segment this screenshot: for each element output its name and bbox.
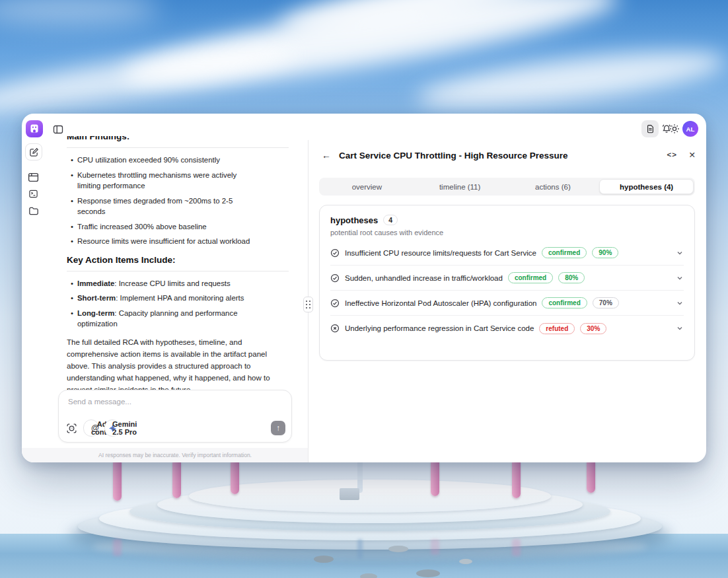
findings-heading: Main Findings:	[67, 136, 289, 141]
add-context-button[interactable]: @ Add context	[83, 419, 99, 437]
bullet-icon: •	[67, 278, 77, 289]
terminal-icon[interactable]	[28, 188, 39, 199]
chevron-down-icon[interactable]	[676, 249, 684, 257]
artifact-document-button[interactable]	[641, 120, 659, 137]
artifact-title: Cart Service CPU Throttling - High Resou…	[339, 151, 568, 161]
hypothesis-text: Underlying performance regression in Car…	[345, 324, 534, 332]
browser-window-icon[interactable]	[28, 172, 39, 183]
model-label: Gemini 2.5 Pro	[112, 420, 137, 436]
pink-pillar	[512, 458, 521, 498]
hypothesis-row[interactable]: Underlying performance regression in Car…	[330, 316, 684, 341]
app-window: AL Main Findings: •CPU utilization excee…	[22, 114, 706, 462]
bullet-icon: •	[67, 236, 77, 247]
message-composer[interactable]: Send a message... @ Add context Gemini 2…	[58, 390, 292, 443]
action-text: Short-term: Implement HPA and monitoring…	[77, 293, 244, 304]
action-text: Immediate: Increase CPU limits and reque…	[77, 278, 231, 289]
pink-pillar	[231, 458, 239, 494]
hypotheses-card: hypotheses 4 potential root causes with …	[319, 205, 695, 361]
avatar[interactable]: AL	[682, 121, 698, 137]
status-badge: confirmed	[542, 297, 587, 308]
finding-text: Resource limits were insufficient for ac…	[77, 236, 250, 247]
hypothesis-row[interactable]: Ineffective Horizontal Pod Autoscaler (H…	[330, 291, 684, 316]
count-badge: 4	[383, 215, 398, 225]
model-selector[interactable]: Gemini 2.5 Pro	[104, 419, 120, 437]
pink-pillar	[113, 458, 122, 501]
desktop: AL Main Findings: •CPU utilization excee…	[0, 0, 728, 578]
card-title: hypotheses	[330, 215, 378, 225]
status-badge: refuted	[539, 323, 575, 334]
pink-pillar	[587, 458, 595, 493]
bullet-icon: •	[67, 196, 77, 217]
finding-text: Kubernetes throttling mechanisms were ac…	[77, 170, 260, 192]
chevron-down-icon[interactable]	[676, 299, 684, 307]
finding-item: •Response times degraded from ~200ms to …	[67, 196, 260, 217]
folder-icon[interactable]	[28, 205, 39, 216]
hypothesis-row[interactable]: Insufficient CPU resource limits/request…	[330, 240, 684, 266]
code-view-icon[interactable]: <>	[667, 151, 677, 159]
action-item: •Immediate: Increase CPU limits and requ…	[67, 278, 260, 289]
hypothesis-text: Ineffective Horizontal Pod Autoscaler (H…	[345, 299, 536, 307]
confidence-badge: 90%	[592, 247, 618, 258]
action-item: •Long-term: Capacity planning and perfor…	[67, 308, 260, 330]
back-arrow-icon[interactable]: ←	[322, 150, 331, 161]
finding-item: •Kubernetes throttling mechanisms were a…	[67, 170, 260, 192]
confidence-badge: 80%	[558, 272, 585, 283]
cloud	[0, 0, 159, 24]
confidence-badge: 30%	[580, 323, 606, 334]
cloud	[415, 41, 728, 120]
tab-hypotheses-4[interactable]: hypotheses (4)	[599, 179, 694, 194]
divider-rule	[67, 147, 289, 148]
check-circle-icon	[330, 248, 340, 258]
chat-transcript[interactable]: Main Findings: •CPU utilization exceeded…	[67, 136, 289, 390]
hypotheses-list: Insufficient CPU resource limits/request…	[330, 240, 684, 341]
gray-cube	[340, 488, 359, 500]
finding-item: •CPU utilization exceeded 90% consistent…	[67, 155, 260, 166]
check-circle-icon	[330, 273, 340, 283]
action-item: •Short-term: Implement HPA and monitorin…	[67, 293, 260, 304]
platform-disc	[189, 480, 551, 513]
artifact-panel: ← Cart Service CPU Throttling - High Res…	[309, 140, 706, 462]
pink-pillar	[431, 458, 439, 496]
bullet-icon: •	[67, 221, 77, 233]
tab-timeline-11[interactable]: timeline (11)	[414, 179, 507, 194]
actions-list: •Immediate: Increase CPU limits and requ…	[67, 278, 289, 330]
bullet-icon: •	[67, 308, 77, 330]
action-text: Long-term: Capacity planning and perform…	[77, 308, 260, 330]
actions-heading: Key Action Items Include:	[67, 255, 289, 265]
artifact-tabs: overviewtimeline (11)actions (6)hypothes…	[319, 178, 695, 196]
chevron-down-icon[interactable]	[676, 274, 684, 282]
check-circle-icon	[330, 299, 340, 308]
status-badge: confirmed	[508, 272, 553, 283]
hypothesis-row[interactable]: Sudden, unhandled increase in traffic/wo…	[330, 266, 684, 291]
message-input[interactable]: Send a message...	[68, 398, 131, 406]
status-badge: confirmed	[542, 247, 587, 258]
screenshot-scan-icon[interactable]	[65, 421, 78, 435]
hypothesis-text: Sudden, unhandled increase in traffic/wo…	[345, 274, 503, 282]
bullet-icon: •	[67, 293, 77, 304]
chevron-down-icon[interactable]	[676, 324, 684, 332]
summary-paragraph: The full detailed RCA with hypotheses, t…	[67, 336, 289, 390]
bullet-icon: •	[67, 155, 77, 166]
findings-list: •CPU utilization exceeded 90% consistent…	[67, 155, 289, 247]
divider-rule	[67, 271, 289, 271]
finding-text: Response times degraded from ~200ms to 2…	[77, 196, 260, 217]
app-logo-icon[interactable]	[26, 120, 43, 137]
ai-disclaimer: AI responses may be inaccurate. Verify i…	[42, 452, 309, 458]
finding-text: Traffic increased 300% above baseline	[77, 221, 207, 233]
pink-pillar	[172, 458, 181, 498]
card-subtitle: potential root causes with evidence	[330, 229, 684, 236]
close-icon[interactable]: ✕	[689, 150, 696, 160]
finding-text: CPU utilization exceeded 90% consistentl…	[77, 155, 220, 166]
finding-item: •Resource limits were insufficient for a…	[67, 236, 260, 247]
new-chat-compose-icon[interactable]	[25, 143, 42, 161]
tab-overview[interactable]: overview	[320, 179, 414, 194]
tab-actions-6[interactable]: actions (6)	[507, 179, 600, 194]
finding-item: •Traffic increased 300% above baseline	[67, 221, 260, 233]
send-button[interactable]: ↑	[271, 421, 285, 435]
x-circle-icon	[330, 324, 340, 333]
sidebar-toggle-icon[interactable]	[53, 124, 63, 135]
hypothesis-text: Insufficient CPU resource limits/request…	[345, 249, 536, 257]
bullet-icon: •	[67, 170, 77, 192]
confidence-badge: 70%	[593, 297, 619, 308]
